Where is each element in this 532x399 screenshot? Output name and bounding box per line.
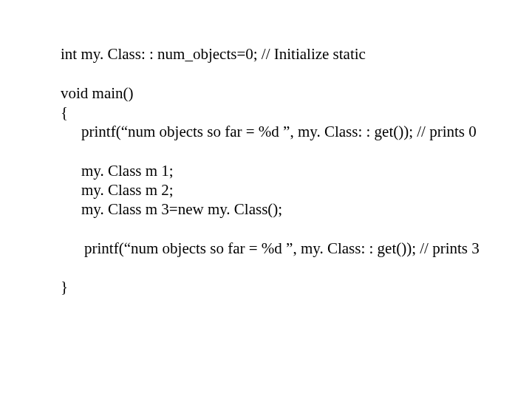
code-block: int my. Class: : num_objects=0; // Initi… — [0, 0, 532, 296]
code-line: { — [61, 103, 532, 122]
code-line: printf(“num objects so far = %d ”, my. C… — [61, 122, 532, 141]
code-line: my. Class m 2; — [61, 180, 532, 200]
blank-line — [61, 141, 532, 160]
code-line: } — [61, 277, 532, 296]
blank-line — [61, 219, 532, 238]
code-line: my. Class m 1; — [61, 161, 532, 180]
code-line: printf(“num objects so far = %d ”, my. C… — [61, 239, 532, 258]
code-line: int my. Class: : num_objects=0; // Initi… — [61, 44, 532, 64]
code-line: my. Class m 3=new my. Class(); — [61, 200, 532, 219]
blank-line — [61, 258, 532, 277]
code-line: void main() — [61, 83, 532, 103]
blank-line — [61, 64, 532, 83]
